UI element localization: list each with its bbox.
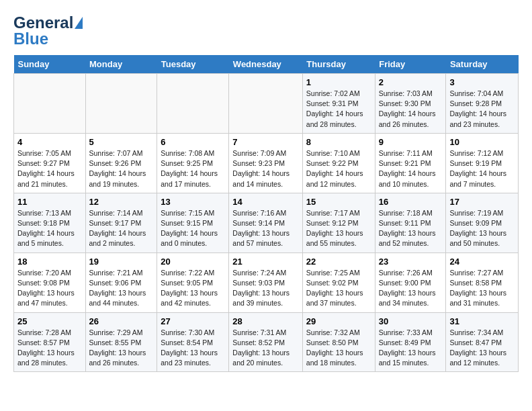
day-info: Sunrise: 7:32 AM Sunset: 8:50 PM Dayligh… (306, 328, 371, 369)
day-number: 4 (17, 137, 82, 147)
calendar-cell (85, 74, 157, 134)
day-number: 5 (89, 137, 154, 147)
calendar-week-1: 1Sunrise: 7:02 AM Sunset: 9:31 PM Daylig… (14, 74, 519, 134)
day-info: Sunrise: 7:13 AM Sunset: 9:18 PM Dayligh… (17, 208, 82, 249)
calendar-week-3: 11Sunrise: 7:13 AM Sunset: 9:18 PM Dayli… (14, 193, 519, 253)
calendar-cell: 14Sunrise: 7:16 AM Sunset: 9:14 PM Dayli… (229, 193, 303, 253)
day-info: Sunrise: 7:11 AM Sunset: 9:21 PM Dayligh… (379, 148, 443, 189)
day-info: Sunrise: 7:30 AM Sunset: 8:54 PM Dayligh… (161, 328, 225, 369)
day-number: 14 (232, 197, 299, 207)
day-info: Sunrise: 7:02 AM Sunset: 9:31 PM Dayligh… (306, 89, 371, 130)
day-number: 16 (379, 197, 443, 207)
day-number: 29 (306, 316, 371, 326)
calendar-cell: 6Sunrise: 7:08 AM Sunset: 9:25 PM Daylig… (157, 133, 229, 193)
calendar-cell: 7Sunrise: 7:09 AM Sunset: 9:23 PM Daylig… (229, 133, 303, 193)
day-info: Sunrise: 7:34 AM Sunset: 8:47 PM Dayligh… (449, 328, 515, 369)
page-header: General Blue (13, 13, 519, 48)
calendar-cell (229, 74, 303, 134)
day-info: Sunrise: 7:27 AM Sunset: 8:58 PM Dayligh… (449, 268, 515, 309)
day-number: 9 (379, 137, 443, 147)
day-number: 27 (161, 316, 225, 326)
day-info: Sunrise: 7:09 AM Sunset: 9:23 PM Dayligh… (232, 148, 299, 189)
day-info: Sunrise: 7:17 AM Sunset: 9:12 PM Dayligh… (306, 208, 371, 249)
calendar-cell: 1Sunrise: 7:02 AM Sunset: 9:31 PM Daylig… (302, 74, 375, 134)
day-number: 30 (379, 316, 443, 326)
calendar-cell: 23Sunrise: 7:26 AM Sunset: 9:00 PM Dayli… (375, 253, 446, 312)
calendar-cell: 31Sunrise: 7:34 AM Sunset: 8:47 PM Dayli… (446, 312, 519, 372)
day-info: Sunrise: 7:12 AM Sunset: 9:19 PM Dayligh… (449, 148, 515, 189)
calendar-cell: 30Sunrise: 7:33 AM Sunset: 8:49 PM Dayli… (375, 312, 446, 372)
calendar-cell: 25Sunrise: 7:28 AM Sunset: 8:57 PM Dayli… (14, 312, 86, 372)
day-number: 18 (17, 257, 82, 267)
day-number: 15 (306, 197, 371, 207)
calendar-cell: 28Sunrise: 7:31 AM Sunset: 8:52 PM Dayli… (229, 312, 303, 372)
calendar-cell: 11Sunrise: 7:13 AM Sunset: 9:18 PM Dayli… (14, 193, 86, 253)
logo-triangle-icon (75, 17, 83, 29)
calendar-cell: 24Sunrise: 7:27 AM Sunset: 8:58 PM Dayli… (446, 253, 519, 312)
calendar-cell: 15Sunrise: 7:17 AM Sunset: 9:12 PM Dayli… (302, 193, 375, 253)
calendar-cell: 29Sunrise: 7:32 AM Sunset: 8:50 PM Dayli… (302, 312, 375, 372)
day-number: 25 (17, 316, 82, 326)
day-info: Sunrise: 7:04 AM Sunset: 9:28 PM Dayligh… (449, 89, 515, 130)
calendar-cell: 4Sunrise: 7:05 AM Sunset: 9:27 PM Daylig… (14, 133, 86, 193)
day-info: Sunrise: 7:18 AM Sunset: 9:11 PM Dayligh… (379, 208, 443, 249)
day-number: 10 (449, 137, 515, 147)
col-header-monday: Monday (85, 55, 157, 74)
calendar-table: SundayMondayTuesdayWednesdayThursdayFrid… (13, 55, 519, 372)
calendar-cell: 2Sunrise: 7:03 AM Sunset: 9:30 PM Daylig… (375, 74, 446, 134)
calendar-cell: 13Sunrise: 7:15 AM Sunset: 9:15 PM Dayli… (157, 193, 229, 253)
calendar-cell: 9Sunrise: 7:11 AM Sunset: 9:21 PM Daylig… (375, 133, 446, 193)
day-info: Sunrise: 7:19 AM Sunset: 9:09 PM Dayligh… (449, 208, 515, 249)
day-info: Sunrise: 7:22 AM Sunset: 9:05 PM Dayligh… (161, 268, 225, 309)
calendar-cell (157, 74, 229, 134)
calendar-cell: 20Sunrise: 7:22 AM Sunset: 9:05 PM Dayli… (157, 253, 229, 312)
calendar-cell: 10Sunrise: 7:12 AM Sunset: 9:19 PM Dayli… (446, 133, 519, 193)
day-info: Sunrise: 7:16 AM Sunset: 9:14 PM Dayligh… (232, 208, 299, 249)
calendar-cell (14, 74, 86, 134)
day-info: Sunrise: 7:05 AM Sunset: 9:27 PM Dayligh… (17, 148, 82, 189)
logo-blue: Blue (13, 30, 48, 48)
day-info: Sunrise: 7:29 AM Sunset: 8:55 PM Dayligh… (89, 328, 154, 369)
calendar-cell: 19Sunrise: 7:21 AM Sunset: 9:06 PM Dayli… (85, 253, 157, 312)
day-info: Sunrise: 7:03 AM Sunset: 9:30 PM Dayligh… (379, 89, 443, 130)
day-number: 6 (161, 137, 225, 147)
day-number: 21 (232, 257, 299, 267)
day-number: 22 (306, 257, 371, 267)
day-number: 17 (449, 197, 515, 207)
calendar-cell: 17Sunrise: 7:19 AM Sunset: 9:09 PM Dayli… (446, 193, 519, 253)
col-header-sunday: Sunday (14, 55, 86, 74)
day-info: Sunrise: 7:07 AM Sunset: 9:26 PM Dayligh… (89, 148, 154, 189)
day-number: 8 (306, 137, 371, 147)
calendar-cell: 18Sunrise: 7:20 AM Sunset: 9:08 PM Dayli… (14, 253, 86, 312)
calendar-cell: 3Sunrise: 7:04 AM Sunset: 9:28 PM Daylig… (446, 74, 519, 134)
day-info: Sunrise: 7:26 AM Sunset: 9:00 PM Dayligh… (379, 268, 443, 309)
col-header-thursday: Thursday (302, 55, 375, 74)
calendar-cell: 21Sunrise: 7:24 AM Sunset: 9:03 PM Dayli… (229, 253, 303, 312)
col-header-saturday: Saturday (446, 55, 519, 74)
day-number: 13 (161, 197, 225, 207)
day-info: Sunrise: 7:10 AM Sunset: 9:22 PM Dayligh… (306, 148, 371, 189)
day-info: Sunrise: 7:14 AM Sunset: 9:17 PM Dayligh… (89, 208, 154, 249)
logo: General Blue (13, 13, 83, 48)
day-info: Sunrise: 7:28 AM Sunset: 8:57 PM Dayligh… (17, 328, 82, 369)
day-number: 1 (306, 77, 371, 87)
col-header-tuesday: Tuesday (157, 55, 229, 74)
calendar-week-2: 4Sunrise: 7:05 AM Sunset: 9:27 PM Daylig… (14, 133, 519, 193)
day-number: 12 (89, 197, 154, 207)
day-info: Sunrise: 7:21 AM Sunset: 9:06 PM Dayligh… (89, 268, 154, 309)
day-number: 23 (379, 257, 443, 267)
calendar-cell: 12Sunrise: 7:14 AM Sunset: 9:17 PM Dayli… (85, 193, 157, 253)
day-info: Sunrise: 7:25 AM Sunset: 9:02 PM Dayligh… (306, 268, 371, 309)
header-row: SundayMondayTuesdayWednesdayThursdayFrid… (14, 55, 519, 74)
calendar-cell: 16Sunrise: 7:18 AM Sunset: 9:11 PM Dayli… (375, 193, 446, 253)
day-number: 20 (161, 257, 225, 267)
day-number: 26 (89, 316, 154, 326)
calendar-week-4: 18Sunrise: 7:20 AM Sunset: 9:08 PM Dayli… (14, 253, 519, 312)
day-number: 2 (379, 77, 443, 87)
calendar-week-5: 25Sunrise: 7:28 AM Sunset: 8:57 PM Dayli… (14, 312, 519, 372)
day-number: 7 (232, 137, 299, 147)
day-info: Sunrise: 7:20 AM Sunset: 9:08 PM Dayligh… (17, 268, 82, 309)
day-info: Sunrise: 7:33 AM Sunset: 8:49 PM Dayligh… (379, 328, 443, 369)
day-number: 31 (449, 316, 515, 326)
day-number: 24 (449, 257, 515, 267)
